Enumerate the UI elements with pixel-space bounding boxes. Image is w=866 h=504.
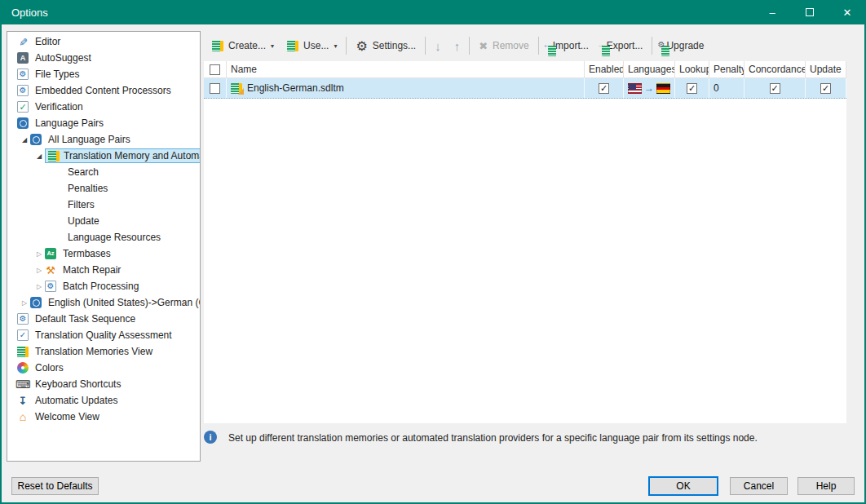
toolbar-separator [346,37,347,55]
collapse-arrow-icon[interactable]: ▷ [33,250,45,258]
sidebar-item-label: AutoSuggest [35,52,91,64]
row-select-checkbox[interactable] [210,83,220,94]
export-button[interactable]: → Export... [595,35,650,56]
sidebar-item-penalties[interactable]: Penalties [7,180,200,197]
translation-memory-file-icon [231,83,242,94]
download-arrow-icon [17,395,29,406]
sidebar-item-colors[interactable]: Colors [7,360,200,376]
toolbar-separator [469,37,470,55]
close-icon: ✕ [843,7,852,19]
move-up-button[interactable]: ↑ [448,34,467,58]
column-header-update[interactable]: Update [806,61,846,78]
file-types-icon [17,69,29,80]
column-header-penalty[interactable]: Penalty [709,61,744,78]
lookup-checkbox[interactable] [687,83,697,94]
sidebar-item-language-pairs[interactable]: Language Pairs [7,115,200,131]
wrench-icon [45,264,56,276]
sidebar-item-label: Match Repair [63,264,121,276]
sidebar-item-all-language-pairs[interactable]: ◢ All Language Pairs [7,131,200,148]
ok-button[interactable]: OK [648,476,718,496]
verification-icon [17,101,29,113]
create-button[interactable]: Create... ▾ [205,35,281,56]
sidebar-item-search[interactable]: Search [7,164,200,180]
create-button-label: Create... [228,40,266,51]
globe-icon [30,297,42,308]
enabled-checkbox[interactable] [599,83,609,94]
clipboard-check-icon [17,329,29,341]
export-button-label: Export... [607,40,643,51]
sidebar-item-label: Keyboard Shortcuts [35,378,121,390]
sidebar-item-autosuggest[interactable]: AutoSuggest [7,50,200,66]
sidebar-item-embedded-content-processors[interactable]: Embedded Content Processors [7,82,200,99]
expand-arrow-icon[interactable]: ◢ [33,153,45,160]
remove-button[interactable]: ✖ Remove [472,35,536,57]
sidebar-item-label: Translation Quality Assessment [35,329,172,341]
collapse-arrow-icon[interactable]: ▷ [33,283,45,290]
update-checkbox[interactable] [820,83,831,94]
globe-icon [17,117,29,129]
column-header-lookup[interactable]: Lookup [675,61,709,78]
import-button[interactable]: ← Import... [541,35,595,56]
sidebar-item-automatic-updates[interactable]: Automatic Updates [7,392,200,409]
close-button[interactable]: ✕ [828,0,866,24]
table-header-row: Name Enabled Languages Lookup Penalty Co… [204,61,846,78]
sidebar-item-editor[interactable]: Editor [7,33,200,50]
sidebar-item-termbases[interactable]: ▷ Termbases [7,245,200,262]
arrow-down-icon: ↓ [435,39,441,53]
sidebar-item-file-types[interactable]: File Types [7,66,200,82]
sidebar-item-label: Welcome View [35,411,99,422]
minimize-button[interactable]: – [753,0,791,24]
remove-x-icon: ✖ [479,40,488,52]
help-button[interactable]: Help [798,477,855,495]
use-button[interactable]: Use... ▾ [281,35,343,56]
penalty-value[interactable]: 0 [709,78,744,98]
germany-flag-icon [656,83,670,94]
sidebar-item-translation-memory-and-automated[interactable]: ◢ Translation Memory and Automate [7,148,200,164]
upgrade-button[interactable]: ⚙ Upgrade [655,35,710,56]
column-header-enabled[interactable]: Enabled [585,61,624,78]
sidebar-item-verification[interactable]: Verification [7,99,200,115]
globe-icon [30,134,42,145]
collapse-arrow-icon[interactable]: ▷ [33,267,45,274]
toolbar-separator [538,37,539,55]
sidebar-item-label: Translation Memories View [35,346,152,357]
sidebar-item-default-task-sequence[interactable]: Default Task Sequence [7,311,200,327]
move-down-button[interactable]: ↓ [428,34,448,58]
cancel-button[interactable]: Cancel [730,477,788,495]
sidebar-item-match-repair[interactable]: ▷ Match Repair [7,262,200,278]
column-header-languages[interactable]: Languages [624,61,675,78]
sidebar-item-filters[interactable]: Filters [7,197,200,213]
table-row[interactable]: English-German.sdltm → 0 [204,78,846,99]
translation-memory-icon [48,151,60,161]
concordance-checkbox[interactable] [770,83,780,94]
reset-to-defaults-button[interactable]: Reset to Defaults [11,477,99,495]
sidebar-item-language-resources[interactable]: Language Resources [7,229,200,245]
sidebar-item-label: Batch Processing [63,281,139,292]
expand-arrow-icon[interactable]: ◢ [19,136,30,144]
sidebar-item-label: Editor [35,36,60,47]
use-button-label: Use... [303,40,329,51]
column-header-name[interactable]: Name [227,61,585,78]
chevron-down-icon[interactable]: ▾ [271,42,274,50]
import-button-label: Import... [553,40,589,51]
settings-button[interactable]: ⚙ Settings... [349,33,422,59]
column-header-concordance[interactable]: Concordance [744,61,806,78]
tm-name: English-German.sdltm [247,82,344,94]
sidebar-item-english-german-pair[interactable]: ▷ English (United States)->German (Ger [7,294,200,311]
sidebar-item-label: Colors [35,362,64,374]
keyboard-icon [17,378,29,390]
sidebar-item-update[interactable]: Update [7,213,200,229]
sidebar-item-label: All Language Pairs [48,134,130,145]
sidebar-item-welcome-view[interactable]: Welcome View [7,409,200,425]
sidebar-item-batch-processing[interactable]: ▷ Batch Processing [7,278,200,294]
sidebar-item-keyboard-shortcuts[interactable]: Keyboard Shortcuts [7,376,200,392]
collapse-arrow-icon[interactable]: ▷ [19,299,30,307]
select-all-checkbox[interactable] [210,64,220,75]
sidebar-item-translation-quality-assessment[interactable]: Translation Quality Assessment [7,327,200,343]
gear-icon: ⚙ [356,38,367,54]
chevron-down-icon[interactable]: ▾ [334,42,337,50]
toolbar-separator [652,37,652,55]
sidebar-item-translation-memories-view[interactable]: Translation Memories View [7,343,200,360]
maximize-button[interactable] [791,0,828,24]
home-icon [17,411,29,422]
